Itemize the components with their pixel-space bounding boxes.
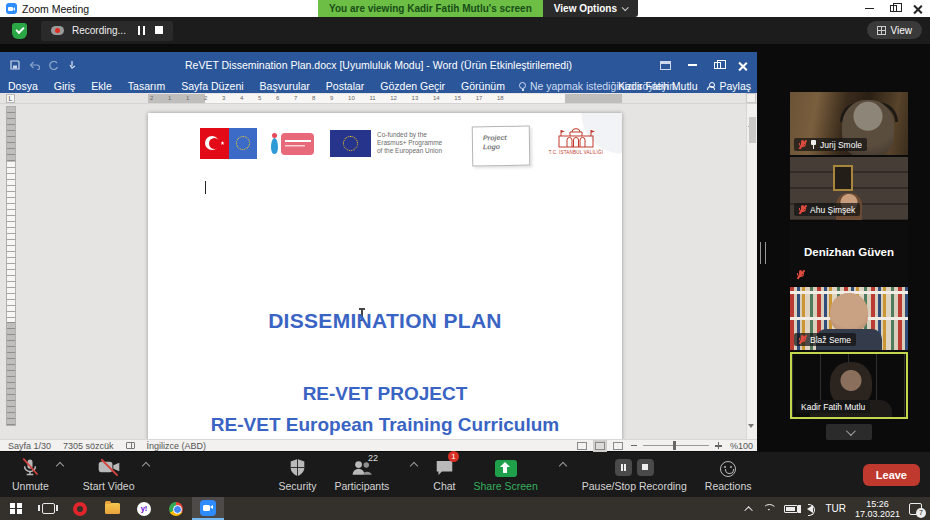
word-window: ReVET Dissemination Plan.docx [Uyumluluk… xyxy=(0,52,757,451)
eu-flag-logo xyxy=(330,130,371,157)
tab-ekle[interactable]: Ekle xyxy=(83,80,119,92)
tray-expand-icon[interactable] xyxy=(745,506,753,514)
restore-button[interactable] xyxy=(890,5,897,12)
security-button[interactable]: Security xyxy=(277,457,319,492)
view-options-button[interactable]: View Options xyxy=(543,0,638,17)
wifi-icon[interactable] xyxy=(762,504,775,514)
tab-basvurular[interactable]: Başvurular xyxy=(252,80,318,92)
taskbar-chrome[interactable] xyxy=(160,497,192,520)
word-minimize-button[interactable] xyxy=(688,64,697,66)
pause-recording-icon[interactable] xyxy=(138,26,145,35)
unmute-button[interactable]: Unmute xyxy=(10,457,51,492)
scroll-up-arrow[interactable] xyxy=(748,106,757,115)
zoom-percentage[interactable]: %100 xyxy=(730,441,753,451)
cofunded-text: Co-funded by the Erasmus+ Programme of t… xyxy=(377,131,467,155)
battery-icon[interactable] xyxy=(784,505,798,513)
tab-giris[interactable]: Giriş xyxy=(46,80,84,92)
word-restore-button[interactable] xyxy=(714,62,721,69)
taskbar-file-explorer[interactable] xyxy=(96,497,128,520)
grid-view-icon xyxy=(877,26,886,35)
recording-icon xyxy=(51,26,64,35)
zoom-titlebar: Zoom Meeting You are viewing Kadir Fatih… xyxy=(0,0,930,17)
video-tile[interactable]: Ahu Şimşek xyxy=(790,157,908,220)
keyboard-language[interactable]: TUR xyxy=(825,503,846,514)
lightbulb-icon xyxy=(519,82,526,89)
stop-recording-icon[interactable] xyxy=(637,459,654,476)
stop-recording-icon[interactable] xyxy=(155,26,163,34)
video-tile[interactable]: Blaž Seme xyxy=(790,287,908,350)
share-button[interactable]: Paylaş xyxy=(707,80,751,92)
taskbar-yahoo[interactable]: y! xyxy=(128,497,160,520)
word-count[interactable]: 7305 sözcük xyxy=(63,441,114,451)
security-shield-icon xyxy=(289,458,306,477)
ribbon-display-options-icon[interactable] xyxy=(660,61,671,70)
zoom-slider[interactable] xyxy=(631,442,722,449)
video-tile-active-speaker[interactable]: Kadir Fatih Mutlu xyxy=(790,352,908,419)
zoom-slider-thumb[interactable] xyxy=(673,441,676,450)
video-tile[interactable]: Jurij Smole xyxy=(790,92,908,155)
web-layout-icon[interactable] xyxy=(613,442,623,450)
read-mode-icon[interactable] xyxy=(577,442,587,450)
scrollbar-thumb[interactable] xyxy=(749,117,756,143)
audio-options-caret[interactable] xyxy=(56,462,64,470)
task-view-icon xyxy=(42,503,55,514)
proofing-icon[interactable] xyxy=(126,442,135,449)
ruler-toggle-icon[interactable] xyxy=(746,93,756,103)
word-close-button[interactable] xyxy=(738,61,747,70)
tab-postalar[interactable]: Postalar xyxy=(318,80,373,92)
tray-time: 15:26 xyxy=(855,499,900,509)
zoom-out-icon[interactable] xyxy=(631,445,637,447)
page-count[interactable]: Sayfa 1/30 xyxy=(8,441,51,451)
leave-button[interactable]: Leave xyxy=(863,464,920,486)
zoom-in-icon[interactable] xyxy=(715,442,722,449)
tab-dosya[interactable]: Dosya xyxy=(0,80,46,92)
minimize-button[interactable] xyxy=(865,8,874,10)
account-name[interactable]: Kadir Fatih Mutlu xyxy=(618,80,697,92)
speaker-icon[interactable] xyxy=(807,505,813,513)
start-video-button[interactable]: Start Video xyxy=(81,457,137,492)
pause-stop-recording-button[interactable]: Pause/Stop Recording xyxy=(580,457,689,492)
print-layout-icon[interactable] xyxy=(595,442,605,450)
horizontal-ruler[interactable]: L 2 1 1 2 3 4 5 6 7 8 9 10 11 12 13 14 1… xyxy=(0,93,757,104)
video-options-caret[interactable] xyxy=(141,462,149,470)
share-screen-button[interactable]: Share Screen xyxy=(472,457,540,492)
tab-stop-selector[interactable]: L xyxy=(6,94,15,103)
collapse-panel-button[interactable] xyxy=(826,424,872,440)
start-button[interactable] xyxy=(0,497,32,520)
word-scrollbar[interactable] xyxy=(746,104,757,439)
reactions-button[interactable]: Reactions xyxy=(703,457,754,492)
chat-button[interactable]: 1 Chat xyxy=(431,457,457,492)
taskbar-zoom-active[interactable] xyxy=(192,497,224,520)
document-page[interactable]: Co-funded by the Erasmus+ Programme of t… xyxy=(148,113,622,439)
video-tile[interactable]: Denizhan Güven xyxy=(790,222,908,285)
scroll-down-arrow[interactable] xyxy=(748,428,757,437)
tab-gorunum[interactable]: Görünüm xyxy=(453,80,513,92)
chevron-down-icon xyxy=(845,426,855,436)
meeting-topbar: Recording... View xyxy=(0,17,930,44)
close-button[interactable] xyxy=(913,4,922,13)
turkey-eu-flag-logo xyxy=(200,128,257,159)
pause-recording-icon[interactable] xyxy=(615,459,632,476)
shared-screen-area: ReVET Dissemination Plan.docx [Uyumluluk… xyxy=(0,44,930,452)
task-view-button[interactable] xyxy=(32,497,64,520)
window-controls xyxy=(865,0,922,17)
language-status[interactable]: İngilizce (ABD) xyxy=(147,441,207,451)
tab-sayfa-duzeni[interactable]: Sayfa Düzeni xyxy=(173,80,251,92)
zoom-logo-icon xyxy=(6,3,17,14)
chrome-icon xyxy=(169,502,183,516)
tab-tasarim[interactable]: Tasarım xyxy=(120,80,173,92)
document-canvas: Co-funded by the Erasmus+ Programme of t… xyxy=(0,104,757,439)
windows-taskbar: y! TUR 15:26 17.03.2021 xyxy=(0,497,930,520)
taskbar-opera[interactable] xyxy=(64,497,96,520)
opera-icon xyxy=(73,502,87,516)
share-options-caret[interactable] xyxy=(558,462,566,470)
tab-gozden-gecir[interactable]: Gözden Geçir xyxy=(372,80,453,92)
panel-resize-handle[interactable] xyxy=(760,242,766,264)
participants-options-caret[interactable] xyxy=(410,462,418,470)
action-center-icon[interactable] xyxy=(909,503,922,515)
participants-button[interactable]: 22 Participants xyxy=(332,457,391,492)
clock[interactable]: 15:26 17.03.2021 xyxy=(855,499,900,519)
view-layout-button[interactable]: View xyxy=(867,21,923,39)
vertical-ruler[interactable] xyxy=(6,106,16,426)
participant-name: Jurij Smole xyxy=(820,140,862,150)
